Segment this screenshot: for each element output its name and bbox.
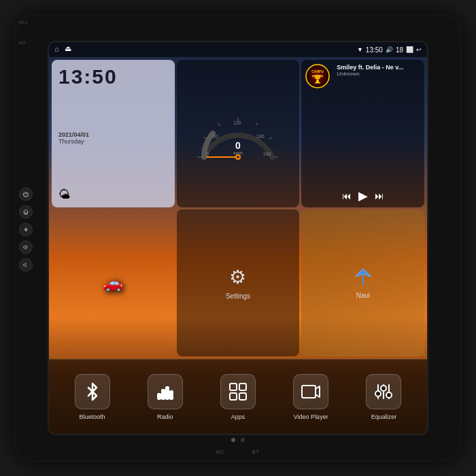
svg-point-32 [375,391,381,396]
bottom-labels: MC BT [216,449,260,454]
clock-time: 13:50 [58,65,168,88]
svg-rect-20 [158,394,160,399]
equalizer-label: Equalizer [371,413,397,420]
svg-point-14 [237,156,239,158]
svg-line-2 [218,123,220,126]
main-content: 13:50 2021/04/01 Thursday 🌤 [49,57,427,359]
navi-widget[interactable]: Navi [301,209,424,357]
svg-rect-23 [170,391,173,399]
mic-label: MIC [19,20,29,24]
svg-point-34 [386,392,392,398]
play-button[interactable]: ▶ [358,188,368,203]
svg-text:120: 120 [233,120,241,125]
svg-text:CARFU: CARFU [312,69,324,73]
music-info: Smiley ft. Delia - Ne v... Unknown [337,64,420,77]
radio-icon [155,381,175,402]
music-widget: CARFU Smiley ft. De [301,60,424,207]
head-unit: MIC RST ⌂ ⏏ [14,14,462,462]
svg-rect-19 [315,82,320,84]
equalizer-icon [373,381,394,402]
side-buttons [19,188,33,272]
apps-icon [228,381,248,402]
radio-label: Radio [157,413,173,420]
weather-icon: 🌤 [58,188,71,202]
music-title: Smiley ft. Delia - Ne v... [337,64,420,71]
svg-rect-22 [166,387,169,399]
svg-text:0: 0 [206,152,209,156]
status-bar: ⌂ ⏏ ▼ 13:50 🔊 18 ⬜ ↩ [49,42,427,57]
navi-icon [352,266,374,288]
battery-level: 18 [396,46,403,54]
next-button[interactable]: ⏭ [375,190,384,201]
video-icon-box [293,374,328,409]
home-button[interactable] [19,205,33,219]
svg-rect-18 [316,80,319,82]
svg-text:240: 240 [263,152,271,156]
top-left-icons: ⌂ ⏏ [54,44,71,53]
svg-rect-27 [239,393,246,400]
clock-day: Thursday [58,138,168,145]
clock-widget: 13:50 2021/04/01 Thursday 🌤 [52,60,175,207]
svg-text:60: 60 [213,134,218,139]
svg-rect-28 [302,386,316,398]
dot-1 [231,438,235,442]
speedo-container: 0 60 120 180 240 0 km/h [177,60,300,207]
svg-line-5 [269,137,272,139]
bottom-dots [231,438,245,442]
equalizer-app[interactable]: Equalizer [347,374,420,420]
bluetooth-label: Bluetooth [80,413,105,420]
mc-label: MC [216,449,225,454]
clock-weather: 🌤 [58,188,168,202]
svg-rect-26 [230,393,237,400]
bluetooth-icon [82,381,103,402]
svg-rect-24 [230,384,237,390]
rst-label: RST [19,41,26,45]
home-screen-icon: ⌂ [54,45,59,53]
main-screen: ⌂ ⏏ ▼ 13:50 🔊 18 ⬜ ↩ 13:50 2021/04/01 Th… [48,41,428,435]
apps-app[interactable]: Apps [201,374,274,420]
speedometer-widget: 0 60 120 180 240 0 km/h [177,60,300,207]
svg-rect-25 [239,384,246,390]
video-label: Video Player [294,413,328,420]
video-icon [301,381,321,402]
time-display: 13:50 [366,46,383,54]
apps-bar: Bluetooth Radio [49,359,427,434]
radio-icon-box [148,374,183,409]
navi-label: Navi [356,292,370,299]
settings-label: Settings [226,292,250,300]
music-logo: CARFU [305,64,330,88]
clock-date: 2021/04/01 [58,131,168,138]
volume-up-button[interactable] [19,241,33,254]
svg-text:180: 180 [256,134,265,139]
svg-line-4 [256,123,258,126]
music-artist: Unknown [337,71,420,77]
bluetooth-app[interactable]: Bluetooth [56,374,129,420]
bt-label: BT [252,449,260,454]
apps-icon-box [220,374,256,409]
music-top: CARFU Smiley ft. De [305,64,420,95]
volume-down-button[interactable] [19,258,33,272]
svg-text:km/h: km/h [233,151,242,155]
equalizer-icon-box [366,374,401,409]
svg-rect-21 [162,390,165,399]
volume-icon: 🔊 [386,46,393,53]
back-button[interactable] [19,223,33,237]
car-icon: 🚗 [103,273,123,292]
radio-app[interactable]: Radio [129,374,201,420]
music-controls[interactable]: ⏮ ▶ ⏭ [305,188,420,203]
home-filled-icon: ⏏ [65,44,71,53]
apps-label: Apps [231,413,245,420]
window-icon: ⬜ [406,46,413,53]
status-icons: ▼ 13:50 🔊 18 ⬜ ↩ [357,46,422,54]
road-widget: 🚗 [52,209,175,357]
back-nav-icon: ↩ [416,46,422,53]
power-button[interactable] [19,188,33,201]
dot-2 [241,438,245,442]
video-app[interactable]: Video Player [275,374,347,420]
prev-button[interactable]: ⏮ [342,190,352,201]
settings-widget[interactable]: ⚙ Settings [177,209,300,357]
svg-point-33 [381,386,386,391]
bluetooth-icon-box [75,374,110,409]
speedometer-svg: 0 60 120 180 240 0 km/h [194,103,282,164]
speed-value: 0 [235,140,241,151]
